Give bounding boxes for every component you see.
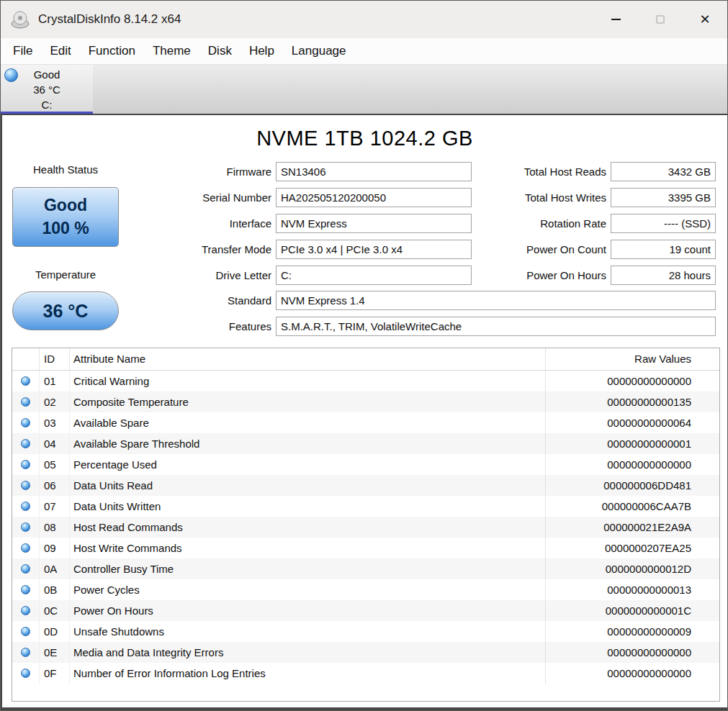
attribute-raw-value: 000000006DD481 — [545, 475, 719, 496]
attribute-name: Available Spare — [70, 412, 545, 433]
menu-item-edit[interactable]: Edit — [41, 40, 79, 62]
field-label: Transfer Mode — [150, 243, 276, 255]
smart-attribute-table: ID Attribute Name Raw Values 01 Critical… — [12, 348, 720, 702]
health-status-value: Good — [44, 194, 87, 217]
attribute-id: 04 — [40, 433, 70, 454]
field-label: Serial Number — [150, 191, 276, 204]
menu-item-theme[interactable]: Theme — [144, 40, 199, 62]
temperature-value: 36 °C — [43, 301, 89, 322]
attribute-raw-value: 000000006CAA7B — [545, 496, 719, 517]
field-value: ---- (SSD) — [611, 214, 716, 233]
attribute-raw-value: 0000000000012D — [545, 558, 719, 579]
table-row[interactable]: 0F Number of Error Information Log Entri… — [12, 663, 719, 684]
attribute-name: Host Write Commands — [70, 538, 545, 558]
status-orb-icon — [21, 376, 30, 386]
field-standard: Standard NVM Express 1.4 — [150, 290, 716, 310]
table-row[interactable]: 05 Percentage Used 00000000000000 — [12, 454, 719, 475]
field-value: S.M.A.R.T., TRIM, VolatileWriteCache — [276, 317, 716, 336]
attribute-id: 03 — [40, 412, 70, 433]
field-label: Power On Hours — [506, 269, 611, 281]
attribute-name: Unsafe Shutdowns — [70, 621, 545, 642]
attribute-id: 0F — [40, 663, 70, 684]
table-row[interactable]: 0A Controller Busy Time 0000000000012D — [12, 558, 719, 579]
menu-item-help[interactable]: Help — [241, 40, 283, 62]
attribute-name: Data Units Read — [70, 475, 545, 496]
field-interface: Interface NVM Express — [150, 213, 472, 233]
attribute-raw-value: 00000000000135 — [545, 391, 719, 412]
attribute-name-column-header: Attribute Name — [70, 348, 545, 370]
field-total-host-reads: Total Host Reads 3432 GB — [506, 161, 716, 181]
attribute-id: 02 — [40, 391, 70, 412]
field-value: NVM Express — [276, 214, 472, 233]
table-row[interactable]: 08 Host Read Commands 000000021E2A9A — [12, 517, 719, 538]
table-row[interactable]: 0B Power Cycles 00000000000013 — [12, 579, 719, 600]
field-rotation-rate: Rotation Rate ---- (SSD) — [506, 213, 716, 233]
table-row[interactable]: 07 Data Units Written 000000006CAA7B — [12, 496, 719, 517]
status-orb-icon — [21, 460, 30, 469]
drive-title: NVME 1TB 1024.2 GB — [2, 127, 727, 150]
menu-item-file[interactable]: File — [4, 40, 41, 62]
attribute-raw-value: 00000000000000 — [545, 371, 719, 391]
field-label: Interface — [150, 217, 276, 230]
attribute-raw-value: 00000000000000 — [545, 663, 719, 684]
attribute-name: Percentage Used — [70, 454, 545, 475]
temperature-indicator: 36 °C — [12, 291, 119, 330]
attribute-id: 07 — [40, 496, 70, 517]
drive-tab-c[interactable]: Good 36 °C C: — [1, 65, 93, 114]
field-serial-number: Serial Number HA202505120200050 — [150, 187, 472, 207]
maximize-icon — [656, 15, 665, 24]
status-orb-icon — [21, 669, 30, 678]
field-value: HA202505120200050 — [276, 188, 472, 207]
maximize-button[interactable] — [638, 1, 683, 38]
attribute-raw-value: 0000000207EA25 — [545, 538, 719, 558]
status-orb-icon — [21, 585, 30, 594]
field-label: Drive Letter — [150, 269, 276, 281]
table-row[interactable]: 01 Critical Warning 00000000000000 — [12, 371, 719, 391]
health-status-indicator: Good 100 % — [12, 187, 119, 247]
status-orb-icon — [21, 606, 30, 615]
field-value: C: — [276, 266, 472, 285]
health-status-orb-icon — [4, 68, 18, 82]
close-button[interactable]: ✕ — [683, 1, 727, 38]
table-row[interactable]: 0C Power On Hours 0000000000001C — [12, 600, 719, 621]
table-row[interactable]: 04 Available Spare Threshold 00000000000… — [12, 433, 719, 454]
field-value: 3432 GB — [611, 162, 716, 181]
table-row[interactable]: 09 Host Write Commands 0000000207EA25 — [12, 538, 719, 558]
field-power-on-hours: Power On Hours 28 hours — [506, 265, 716, 285]
attribute-raw-value: 000000021E2A9A — [545, 517, 719, 538]
attribute-id: 0B — [40, 579, 70, 600]
crystaldiskinfo-window: CrystalDiskInfo 8.14.2 x64 ✕ File Edit F… — [0, 0, 728, 711]
table-row[interactable]: 0E Media and Data Integrity Errors 00000… — [12, 642, 719, 663]
status-orb-icon — [21, 522, 30, 532]
menu-item-disk[interactable]: Disk — [199, 40, 241, 62]
attribute-id: 05 — [40, 454, 70, 475]
field-power-on-count: Power On Count 19 count — [506, 239, 716, 259]
menu-item-language[interactable]: Language — [283, 40, 355, 62]
field-label: Features — [150, 320, 276, 332]
field-label: Power On Count — [506, 243, 611, 255]
drive-tab-strip: Good 36 °C C: — [1, 64, 727, 114]
table-row[interactable]: 0D Unsafe Shutdowns 00000000000009 — [12, 621, 719, 642]
field-value: SN13406 — [276, 162, 472, 181]
table-row[interactable]: 02 Composite Temperature 00000000000135 — [12, 391, 719, 412]
table-row[interactable]: 06 Data Units Read 000000006DD481 — [12, 475, 719, 496]
attribute-name: Media and Data Integrity Errors — [70, 642, 545, 663]
attribute-name: Composite Temperature — [70, 391, 545, 412]
attribute-raw-value: 0000000000001C — [545, 600, 719, 621]
status-orb-icon — [21, 627, 30, 636]
temperature-label: Temperature — [12, 268, 119, 281]
status-column-header — [12, 348, 40, 370]
attribute-name: Host Read Commands — [70, 517, 545, 538]
attribute-raw-value: 00000000000013 — [545, 579, 719, 600]
table-row[interactable]: 03 Available Spare 00000000000064 — [12, 412, 719, 433]
attribute-raw-value: 00000000000001 — [545, 433, 719, 454]
attribute-raw-value: 00000000000000 — [545, 642, 719, 663]
attribute-raw-value: 00000000000064 — [545, 412, 719, 433]
status-orb-icon — [21, 418, 30, 427]
minimize-button[interactable] — [593, 1, 638, 38]
id-column-header: ID — [40, 348, 70, 370]
field-total-host-writes: Total Host Writes 3395 GB — [506, 187, 716, 207]
menu-item-function[interactable]: Function — [80, 40, 144, 62]
attribute-name: Controller Busy Time — [70, 558, 545, 579]
status-orb-icon — [21, 502, 30, 511]
